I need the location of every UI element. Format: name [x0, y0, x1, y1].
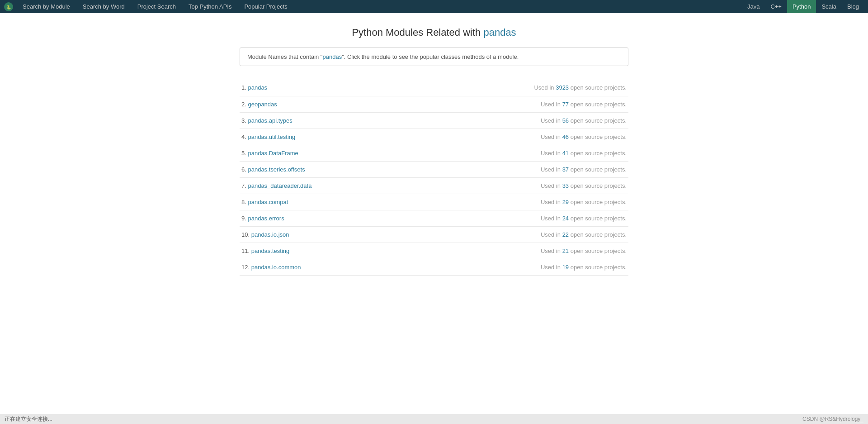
nav-search-by-word[interactable]: Search by Word — [76, 0, 131, 13]
module-count: 37 — [562, 166, 569, 173]
lang-java[interactable]: Java — [742, 0, 765, 13]
navbar: 🐍 Search by Module Search by Word Projec… — [0, 0, 868, 13]
module-number: 1. — [241, 84, 246, 91]
module-count: 21 — [562, 248, 569, 254]
module-usage-cell: Used in 29 open source projects. — [409, 194, 628, 210]
table-row: 6. pandas.tseries.offsetsUsed in 37 open… — [240, 161, 628, 177]
module-usage-cell: Used in 19 open source projects. — [409, 259, 628, 275]
table-row: 12. pandas.io.commonUsed in 19 open sour… — [240, 259, 628, 275]
module-count: 46 — [562, 133, 569, 140]
module-usage-cell: Used in 77 open source projects. — [409, 96, 628, 112]
module-count: 3923 — [556, 84, 569, 91]
module-count: 24 — [562, 215, 569, 222]
info-suffix: ". Click the module to see the popular c… — [342, 53, 519, 60]
module-num-name-cell: 4. pandas.util.testing — [240, 129, 409, 145]
module-number: 3. — [241, 117, 246, 124]
info-keyword: pandas — [322, 53, 342, 60]
nav-popular-projects[interactable]: Popular Projects — [238, 0, 293, 13]
table-row: 8. pandas.compatUsed in 29 open source p… — [240, 194, 628, 210]
lang-selector: Java C++ Python Scala Blog — [742, 0, 864, 13]
module-num-name-cell: 3. pandas.api.types — [240, 112, 409, 129]
module-link[interactable]: pandas.util.testing — [248, 133, 295, 140]
nav-top-python-apis[interactable]: Top Python APIs — [182, 0, 238, 13]
module-link[interactable]: pandas.api.types — [248, 117, 292, 124]
module-num-name-cell: 2. geopandas — [240, 96, 409, 112]
module-num-name-cell: 1. pandas — [240, 80, 409, 96]
table-row: 2. geopandasUsed in 77 open source proje… — [240, 96, 628, 112]
table-row: 3. pandas.api.typesUsed in 56 open sourc… — [240, 112, 628, 129]
module-num-name-cell: 5. pandas.DataFrame — [240, 145, 409, 161]
lang-scala[interactable]: Scala — [816, 0, 842, 13]
table-row: 9. pandas.errorsUsed in 24 open source p… — [240, 210, 628, 226]
module-count: 19 — [562, 264, 569, 271]
page-title: Python Modules Related with pandas — [240, 27, 628, 38]
module-num-name-cell: 8. pandas.compat — [240, 194, 409, 210]
module-link[interactable]: pandas.tseries.offsets — [248, 166, 305, 173]
nav-project-search[interactable]: Project Search — [131, 0, 182, 13]
info-box: Module Names that contain "pandas". Clic… — [240, 48, 628, 66]
nav-search-by-module[interactable]: Search by Module — [16, 0, 76, 13]
lang-python[interactable]: Python — [787, 0, 816, 13]
module-count: 22 — [562, 231, 569, 238]
module-link[interactable]: pandas.compat — [248, 199, 288, 205]
module-usage-cell: Used in 3923 open source projects. — [409, 80, 628, 96]
module-num-name-cell: 7. pandas_datareader.data — [240, 177, 409, 194]
module-number: 2. — [241, 101, 246, 108]
module-link[interactable]: geopandas — [248, 101, 277, 108]
table-row: 4. pandas.util.testingUsed in 46 open so… — [240, 129, 628, 145]
svg-text:🐍: 🐍 — [6, 5, 12, 10]
module-list: 1. pandasUsed in 3923 open source projec… — [240, 80, 628, 276]
module-number: 12. — [241, 264, 250, 271]
module-link[interactable]: pandas.io.common — [251, 264, 301, 271]
lang-cpp[interactable]: C++ — [765, 0, 787, 13]
module-usage-cell: Used in 21 open source projects. — [409, 243, 628, 259]
module-usage-cell: Used in 24 open source projects. — [409, 210, 628, 226]
module-usage-cell: Used in 46 open source projects. — [409, 129, 628, 145]
module-usage-cell: Used in 56 open source projects. — [409, 112, 628, 129]
table-row: 10. pandas.io.jsonUsed in 22 open source… — [240, 226, 628, 243]
module-num-name-cell: 12. pandas.io.common — [240, 259, 409, 275]
module-num-name-cell: 9. pandas.errors — [240, 210, 409, 226]
module-count: 56 — [562, 117, 569, 124]
module-usage-cell: Used in 22 open source projects. — [409, 226, 628, 243]
module-usage-cell: Used in 37 open source projects. — [409, 161, 628, 177]
module-num-name-cell: 11. pandas.testing — [240, 243, 409, 259]
nav-links: Search by Module Search by Word Project … — [16, 0, 742, 13]
lang-blog[interactable]: Blog — [842, 0, 864, 13]
table-row: 1. pandasUsed in 3923 open source projec… — [240, 80, 628, 96]
info-prefix: Module Names that contain " — [247, 53, 322, 60]
module-usage-cell: Used in 33 open source projects. — [409, 177, 628, 194]
module-num-name-cell: 6. pandas.tseries.offsets — [240, 161, 409, 177]
module-link[interactable]: pandas.DataFrame — [248, 150, 298, 157]
module-link[interactable]: pandas.errors — [248, 215, 284, 222]
site-logo-icon: 🐍 — [4, 2, 14, 12]
module-number: 9. — [241, 215, 246, 222]
module-count: 29 — [562, 199, 569, 205]
module-number: 5. — [241, 150, 246, 157]
table-row: 5. pandas.DataFrameUsed in 41 open sourc… — [240, 145, 628, 161]
module-number: 6. — [241, 166, 246, 173]
table-row: 7. pandas_datareader.dataUsed in 33 open… — [240, 177, 628, 194]
module-link[interactable]: pandas.testing — [251, 248, 290, 254]
module-count: 41 — [562, 150, 569, 157]
page-title-keyword: pandas — [483, 27, 516, 38]
page-title-prefix: Python Modules Related with — [352, 27, 483, 38]
module-link[interactable]: pandas — [248, 84, 267, 91]
table-row: 11. pandas.testingUsed in 21 open source… — [240, 243, 628, 259]
module-number: 8. — [241, 199, 246, 205]
module-count: 33 — [562, 182, 569, 189]
module-number: 10. — [241, 231, 250, 238]
module-count: 77 — [562, 101, 569, 108]
module-number: 4. — [241, 133, 246, 140]
module-number: 11. — [241, 248, 250, 254]
module-num-name-cell: 10. pandas.io.json — [240, 226, 409, 243]
module-link[interactable]: pandas.io.json — [251, 231, 289, 238]
module-number: 7. — [241, 182, 246, 189]
main-content: Python Modules Related with pandas Modul… — [231, 13, 637, 289]
module-link[interactable]: pandas_datareader.data — [248, 182, 311, 189]
module-usage-cell: Used in 41 open source projects. — [409, 145, 628, 161]
